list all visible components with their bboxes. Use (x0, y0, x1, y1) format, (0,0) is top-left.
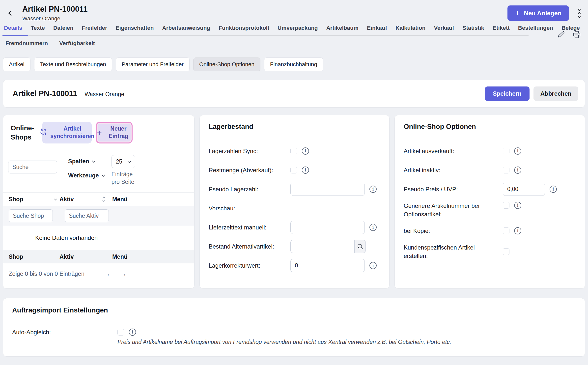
kundenspezifischen-artikel-checkbox[interactable] (503, 248, 509, 255)
tab-freifelder[interactable]: Freifelder (82, 25, 107, 31)
speichern-button[interactable]: Speichern (485, 86, 530, 101)
printer-icon[interactable] (572, 30, 581, 39)
neu-anlegen-button[interactable]: + Neu Anlegen (507, 5, 569, 21)
form-row: Restmenge (Abverkauf): i (209, 164, 380, 177)
tab-row-1: Details Texte Dateien Freifelder Eigensc… (4, 23, 529, 36)
column-header-aktiv[interactable]: Aktiv (59, 196, 112, 203)
article-header-card: Artikel PN-100011 Wasser Orange Speicher… (3, 80, 585, 108)
table-filter-row (3, 206, 194, 226)
info-icon[interactable]: i (369, 262, 377, 269)
lagerkorrekturwert-input[interactable] (290, 259, 365, 272)
filter-aktiv-input[interactable] (65, 209, 109, 222)
subtab-finanzbuchhaltung[interactable]: Finanzbuchhaltung (264, 57, 323, 71)
info-icon[interactable]: i (302, 167, 309, 174)
tab-verkauf[interactable]: Verkauf (434, 25, 454, 31)
bestand-alternativartikel-input[interactable] (290, 240, 354, 253)
subtab-artikel[interactable]: Artikel (3, 57, 30, 71)
form-row: Artikel inaktiv: i (404, 164, 576, 177)
info-icon[interactable]: i (302, 147, 309, 155)
subtab-online-shop-optionen[interactable]: Online-Shop Optionen (193, 57, 260, 71)
column-header-menu: Menü (112, 196, 132, 203)
page-size-select[interactable]: 25 (112, 155, 135, 168)
table-pagination: Zeige 0 bis 0 von 0 Einträgen ← → (3, 263, 194, 284)
form-row: Lagerkorrekturwert: i (209, 259, 380, 272)
tab-details[interactable]: Details (4, 25, 22, 31)
spalten-dropdown[interactable]: Spalten (68, 158, 105, 165)
neuer-eintrag-button[interactable]: + Neuer Eintrag (96, 122, 133, 143)
generiere-artikelnummer-checkbox[interactable] (503, 202, 509, 209)
tab-statistik[interactable]: Statistik (463, 25, 484, 31)
lieferzeittext-input[interactable] (290, 221, 365, 234)
artikel-synchronisieren-button[interactable]: Artikel synchronisieren (42, 122, 92, 143)
info-icon[interactable]: i (369, 186, 377, 193)
prev-page-arrow-icon[interactable]: ← (106, 270, 113, 278)
page-title: Artikel PN-100011 (22, 5, 88, 14)
tab-arbeitsanweisung[interactable]: Arbeitsanweisung (162, 25, 210, 31)
tab-actions (557, 30, 581, 39)
tab-einkauf[interactable]: Einkauf (367, 25, 387, 31)
auto-abgleich-checkbox[interactable] (117, 329, 124, 336)
tab-verfuegbarkeit[interactable]: Verfügbarkeit (59, 40, 95, 47)
form-row: Vorschau: (209, 202, 380, 215)
info-icon[interactable]: i (369, 224, 377, 231)
filter-shop-input[interactable] (9, 209, 53, 222)
artikel-ausverkauft-checkbox[interactable] (503, 148, 509, 154)
refresh-icon (39, 128, 47, 138)
chevron-down-icon (128, 160, 131, 163)
next-page-arrow-icon[interactable]: → (120, 270, 127, 278)
title-block: Artikel PN-100011 Wasser Orange (22, 5, 88, 22)
tab-kalkulation[interactable]: Kalkulation (395, 25, 425, 31)
chevron-down-icon (102, 173, 105, 177)
table-empty-state: Keine Daten vorhanden (3, 226, 194, 250)
back-button[interactable] (4, 7, 16, 19)
pseudo-lagerzahl-input[interactable] (290, 183, 365, 196)
search-icon[interactable] (354, 240, 366, 253)
restmenge-checkbox[interactable] (290, 167, 297, 173)
tab-etikett[interactable]: Etikett (493, 25, 510, 31)
kebab-menu-icon[interactable] (577, 7, 582, 19)
empty-state-text: Keine Daten vorhanden (3, 234, 130, 241)
article-title: Artikel PN-100011 (13, 89, 77, 98)
info-icon[interactable]: i (514, 167, 521, 174)
subtab-parameter-und-freifelder[interactable]: Parameter und Freifelder (116, 57, 190, 71)
info-icon[interactable]: i (129, 329, 136, 336)
pencil-icon[interactable] (557, 30, 565, 39)
tab-dateien[interactable]: Dateien (53, 25, 73, 31)
tab-fremdnummern[interactable]: Fremdnummern (5, 40, 48, 47)
tab-umverpackung[interactable]: Umverpackung (278, 25, 318, 31)
panels-row: Online-Shops Artikel synchronisieren + N… (3, 115, 585, 289)
form-row: Pseudo Lagerzahl: i (209, 183, 380, 196)
form-row: Generiere Artikelnummer bei Optionsartik… (404, 202, 576, 218)
sort-icon (103, 197, 105, 201)
tab-row-2: Fremdnummern Verfügbarkeit (4, 36, 588, 49)
tab-funktionsprotokoll[interactable]: Funktionsprotokoll (219, 25, 269, 31)
top-bar: Artikel PN-100011 Wasser Orange + Neu An… (0, 0, 588, 23)
form-row: Lagerzahlen Sync: i (209, 144, 380, 158)
artikel-inaktiv-checkbox[interactable] (503, 167, 509, 173)
column-header-shop[interactable]: Shop (9, 196, 59, 203)
tab-texte[interactable]: Texte (31, 25, 45, 31)
online-shop-optionen-panel: Online-Shop Optionen Artikel ausverkauft… (394, 115, 585, 289)
search-input[interactable] (8, 161, 57, 173)
werkzeuge-dropdown[interactable]: Werkzeuge (68, 172, 105, 179)
info-icon[interactable]: i (514, 202, 521, 209)
info-icon[interactable]: i (514, 227, 521, 234)
subtab-texte-und-beschreibungen[interactable]: Texte und Beschreibungen (34, 57, 112, 71)
pseudo-preis-input[interactable] (503, 183, 545, 196)
tab-artikelbaum[interactable]: Artikelbaum (326, 25, 359, 31)
plus-icon: + (515, 9, 520, 17)
plus-icon: + (97, 127, 102, 138)
info-icon[interactable]: i (550, 186, 557, 193)
tab-eigenschaften[interactable]: Eigenschaften (116, 25, 154, 31)
abbrechen-button[interactable]: Abbrechen (533, 86, 578, 101)
auftragsimport-card: Auftragsimport Einstellungen Auto-Abglei… (3, 298, 585, 357)
page-subtitle: Wasser Orange (22, 15, 88, 22)
tab-bestellungen[interactable]: Bestellungen (518, 25, 553, 31)
form-row: Kundenspezifischen Artikel erstellen: (404, 243, 576, 260)
online-shops-panel: Online-Shops Artikel synchronisieren + N… (3, 115, 195, 289)
online-shop-optionen-title: Online-Shop Optionen (404, 123, 576, 131)
lagerzahlen-sync-checkbox[interactable] (290, 148, 297, 154)
bei-kopie-checkbox[interactable] (503, 227, 509, 234)
form-row: Bestand Alternativartikel: (209, 240, 380, 253)
info-icon[interactable]: i (514, 147, 521, 155)
